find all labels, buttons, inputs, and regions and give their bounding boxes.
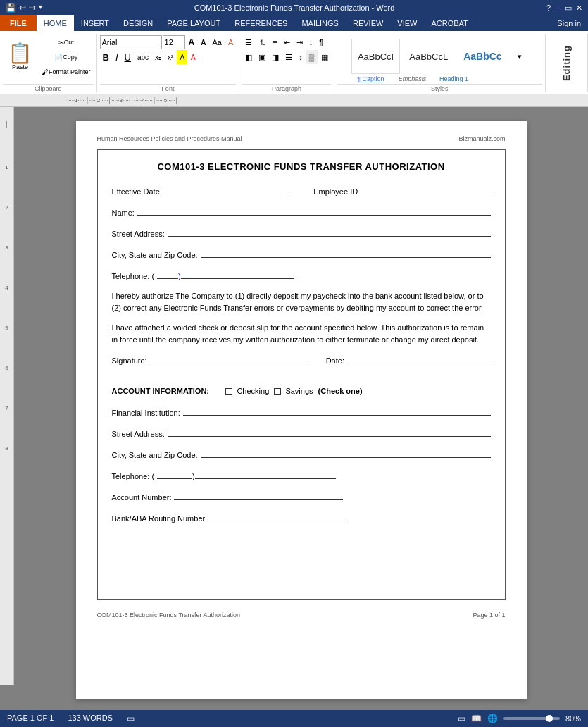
savings-label: Savings [285, 387, 313, 395]
font-name-input[interactable] [100, 35, 162, 49]
close-button[interactable]: ✕ [576, 4, 582, 13]
header-right: Bizmanualz.com [458, 135, 505, 142]
page-footer: COM101-3 Electronic Funds Transfer Autho… [97, 611, 506, 619]
view-menu[interactable]: VIEW [390, 15, 424, 31]
copy-button[interactable]: 📄 Copy [39, 50, 94, 64]
telephone2-row: Telephone: ( ) [112, 469, 491, 480]
bold-button[interactable]: B [100, 50, 112, 64]
borders-button[interactable]: ▦ [318, 50, 331, 64]
show-formatting-button[interactable]: ¶ [316, 35, 326, 49]
telephone-number-field[interactable] [181, 269, 294, 279]
format-painter-button[interactable]: 🖌 Format Painter [39, 65, 94, 79]
paragraph-content: ☰ ⒈ ≡ ⇤ ⇥ ↕ ¶ ◧ ▣ ◨ ☰ ↕ ▒ ▦ [242, 35, 330, 82]
increase-indent-button[interactable]: ⇥ [294, 35, 306, 49]
account-number-field[interactable] [174, 490, 343, 500]
effective-date-field[interactable] [163, 185, 292, 194]
cut-button[interactable]: ✂ Cut [39, 35, 94, 49]
document-page: Human Resources Policies and Procedures … [76, 121, 527, 699]
decrease-indent-button[interactable]: ⇤ [281, 35, 293, 49]
account-title-row: ACCOUNT INFORMATION: Checking Savings (C… [112, 386, 491, 396]
style-normal-button[interactable]: AaBbCcI [351, 39, 400, 74]
file-menu[interactable]: FILE [0, 15, 37, 31]
styles-more-button[interactable]: ▾ [511, 39, 528, 74]
bank-aba-label: Bank/ABA Routing Number [112, 514, 206, 523]
clipboard-sub-buttons: ✂ Cut 📄 Copy 🖌 Format Painter [39, 35, 94, 79]
caption-style-label: ¶ Caption [351, 75, 390, 82]
telephone2-area-field[interactable] [157, 469, 192, 479]
editing-group: Editing [546, 34, 588, 92]
name-field[interactable] [137, 206, 491, 216]
style-no-spacing-button[interactable]: AaBbCcL [403, 39, 454, 74]
underline-button[interactable]: U [122, 50, 134, 64]
street-address2-row: Street Address: [112, 427, 491, 438]
bank-aba-field[interactable] [208, 511, 349, 521]
restore-button[interactable]: ▭ [565, 4, 572, 13]
city-state-zip2-label: City, State and Zip Code: [112, 451, 198, 459]
check-one-label: (Check one) [318, 387, 363, 395]
references-menu[interactable]: REFERENCES [227, 15, 294, 31]
subscript-button[interactable]: x₂ [152, 50, 164, 64]
paste-button[interactable]: 📋 Paste [3, 35, 37, 79]
font-color-button[interactable]: A [188, 50, 199, 64]
horizontal-ruler: │·····1·····│·····2·····│·····3·····│···… [0, 94, 588, 107]
telephone-row: Telephone: ( ) [112, 269, 491, 280]
telephone2-number-field[interactable] [195, 469, 336, 479]
sign-in-link[interactable]: Sign in [550, 15, 588, 31]
heading1-style-label: Heading 1 [434, 75, 473, 82]
financial-institution-field[interactable] [183, 406, 491, 416]
window-controls: ? ─ ▭ ✕ [546, 4, 582, 13]
insert-menu[interactable]: INSERT [74, 15, 116, 31]
checking-checkbox[interactable] [225, 388, 232, 395]
sort-button[interactable]: ↕ [306, 35, 316, 49]
design-menu[interactable]: DESIGN [116, 15, 160, 31]
multilevel-list-button[interactable]: ≡ [270, 35, 280, 49]
checking-option: Checking [225, 387, 271, 395]
footer-doc-title: COM101-3 Electronic Funds Transfer Autho… [97, 611, 241, 619]
superscript-button[interactable]: x² [165, 50, 176, 64]
city-state-zip-row: City, State and Zip Code: [112, 248, 491, 259]
shading-button[interactable]: ▒ [306, 50, 318, 64]
style-heading1-button[interactable]: AaBbCc [457, 39, 508, 74]
align-right-button[interactable]: ◨ [269, 50, 282, 64]
justify-button[interactable]: ☰ [282, 50, 295, 64]
telephone-area-field[interactable] [157, 269, 178, 279]
align-left-button[interactable]: ◧ [242, 50, 255, 64]
align-center-button[interactable]: ▣ [256, 50, 268, 64]
bullets-button[interactable]: ☰ [242, 35, 255, 49]
paragraph-1: I hereby authorize The Company to (1) di… [112, 290, 491, 313]
font-size-input[interactable] [163, 35, 185, 49]
signature-field[interactable] [150, 354, 305, 364]
street-address2-field[interactable] [168, 427, 491, 437]
numbering-button[interactable]: ⒈ [256, 35, 269, 49]
city-state-zip2-field[interactable] [201, 448, 491, 458]
italic-button[interactable]: I [113, 50, 121, 64]
window-title: COM101-3 Electronic Funds Transfer Autho… [42, 4, 546, 12]
page-layout-menu[interactable]: PAGE LAYOUT [160, 15, 227, 31]
signature-row: Signature: Date: [112, 354, 491, 365]
text-highlight-button[interactable]: A [177, 50, 187, 64]
grow-font-button[interactable]: A [186, 35, 198, 49]
city-state-zip-field[interactable] [201, 248, 491, 258]
shrink-font-button[interactable]: A [198, 35, 208, 49]
review-menu[interactable]: REVIEW [346, 15, 390, 31]
save-icon[interactable]: 💾 [6, 3, 16, 13]
strikethrough-button[interactable]: abc [135, 50, 151, 64]
home-menu[interactable]: HOME [37, 15, 74, 31]
date-field[interactable] [347, 354, 491, 364]
undo-icon[interactable]: ↩ [19, 3, 26, 13]
line-spacing-button[interactable]: ↕ [296, 50, 306, 64]
redo-icon[interactable]: ↪ [29, 3, 36, 13]
employee-id-field[interactable] [361, 185, 490, 194]
acrobat-menu[interactable]: ACROBAT [424, 15, 475, 31]
paragraph-group: ☰ ⒈ ≡ ⇤ ⇥ ↕ ¶ ◧ ▣ ◨ ☰ ↕ ▒ ▦ Paragraph [239, 34, 334, 92]
employee-id-label: Employee ID [313, 187, 358, 196]
savings-checkbox[interactable] [274, 388, 281, 395]
clear-formatting-button[interactable]: A [225, 35, 236, 49]
paste-icon: 📋 [8, 44, 32, 63]
font-content: A A Aa A B I U abc x₂ x² A A [100, 35, 237, 82]
mailings-menu[interactable]: MAILINGS [294, 15, 346, 31]
street-address-field[interactable] [168, 227, 491, 237]
change-case-button[interactable]: Aa [209, 35, 224, 49]
help-icon[interactable]: ? [546, 4, 551, 13]
minimize-button[interactable]: ─ [555, 4, 561, 13]
